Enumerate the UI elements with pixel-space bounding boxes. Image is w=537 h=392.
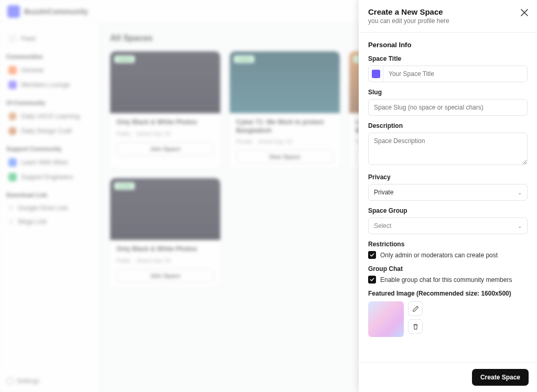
chevron-down-icon: ⌄: [518, 190, 522, 195]
drawer-body: Personal Info Space Title Slug Descripti…: [359, 32, 537, 362]
check-icon: [370, 277, 374, 282]
close-button[interactable]: [519, 7, 530, 18]
edit-image-button[interactable]: [408, 301, 423, 316]
groupchat-checkbox-row[interactable]: Enable group chat for this community mem…: [368, 276, 528, 284]
restrictions-check-label: Only admin or moderators can create post: [380, 252, 498, 259]
space-title-field: [368, 66, 528, 82]
privacy-value: Private: [374, 189, 393, 196]
label-privacy: Privacy: [368, 173, 528, 181]
section-personal-info: Personal Info: [368, 41, 528, 49]
label-restrictions: Restrictions: [368, 241, 528, 248]
featured-image-thumbnail[interactable]: [368, 301, 404, 337]
drawer-subtitle: you can edit your profile here: [368, 17, 528, 25]
drawer-footer: Create Space: [359, 362, 537, 392]
label-group-chat: Group Chat: [368, 265, 528, 273]
drawer-title: Create a New Space: [368, 7, 528, 16]
label-space-title: Space Title: [368, 55, 528, 62]
slug-input[interactable]: [368, 99, 528, 116]
restrictions-checkbox[interactable]: [368, 251, 376, 259]
label-slug: Slug: [368, 89, 528, 96]
trash-icon: [412, 323, 419, 330]
delete-image-button[interactable]: [408, 319, 423, 334]
label-featured-image: Featured Image (Recommended size: 1600x5…: [368, 290, 528, 297]
space-group-placeholder: Select: [374, 222, 391, 230]
groupchat-check-label: Enable group chat for this community mem…: [380, 276, 512, 284]
create-space-button[interactable]: Create Space: [472, 369, 529, 386]
pencil-icon: [412, 306, 419, 312]
label-description: Description: [368, 122, 528, 129]
space-group-select[interactable]: Select ⌄: [368, 217, 528, 234]
create-space-drawer: Create a New Space you can edit your pro…: [359, 0, 537, 392]
space-title-input[interactable]: [383, 66, 527, 82]
drawer-header: Create a New Space you can edit your pro…: [359, 0, 537, 32]
label-space-group: Space Group: [368, 207, 528, 214]
featured-image-row: [368, 301, 528, 337]
close-icon: [521, 9, 528, 16]
groupchat-checkbox[interactable]: [368, 276, 376, 284]
color-swatch-button[interactable]: [369, 67, 383, 81]
check-icon: [370, 253, 374, 257]
description-input[interactable]: [368, 133, 528, 165]
color-swatch-icon: [372, 70, 380, 78]
chevron-down-icon: ⌄: [518, 223, 522, 229]
privacy-select[interactable]: Private ⌄: [368, 184, 528, 201]
restrictions-checkbox-row[interactable]: Only admin or moderators can create post: [368, 251, 528, 259]
